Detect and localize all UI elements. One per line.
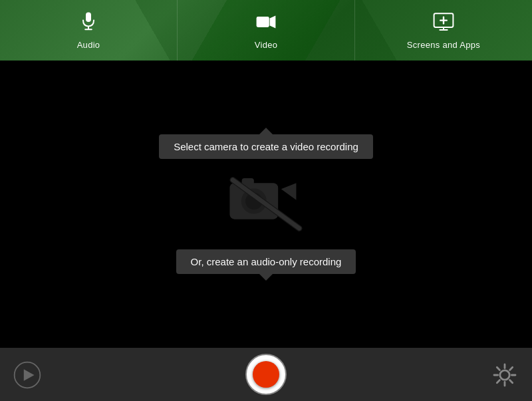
audio-only-tooltip: Or, create an audio-only recording: [176, 249, 356, 274]
nav-item-audio[interactable]: Audio: [0, 0, 178, 61]
svg-line-24: [497, 367, 499, 370]
svg-line-27: [497, 380, 499, 383]
logo-button[interactable]: [11, 358, 44, 392]
select-camera-tooltip: Select camera to create a video recordin…: [159, 134, 373, 159]
settings-button[interactable]: [488, 358, 521, 392]
svg-marker-4: [270, 15, 276, 28]
svg-marker-18: [24, 369, 35, 381]
microphone-icon: [78, 11, 99, 36]
svg-marker-14: [281, 183, 297, 200]
record-inner-dot: [253, 361, 279, 388]
svg-rect-0: [86, 12, 91, 21]
svg-point-19: [500, 370, 509, 380]
nav-video-label: Video: [255, 40, 278, 50]
main-content: Select camera to create a video recordin…: [0, 61, 532, 348]
top-navigation: Audio Video Scre: [0, 0, 532, 61]
screen-plus-icon: [433, 11, 454, 36]
svg-line-25: [510, 380, 513, 383]
nav-screens-label: Screens and Apps: [407, 40, 480, 50]
nav-item-screens[interactable]: Screens and Apps: [355, 0, 532, 61]
video-camera-icon: [255, 11, 277, 36]
nav-item-video[interactable]: Video: [178, 0, 355, 61]
nav-audio-label: Audio: [77, 40, 100, 50]
record-button[interactable]: [247, 355, 285, 394]
svg-line-26: [510, 367, 513, 370]
bottom-bar: [0, 348, 532, 401]
svg-rect-3: [257, 17, 269, 27]
no-camera-icon: [223, 171, 309, 237]
